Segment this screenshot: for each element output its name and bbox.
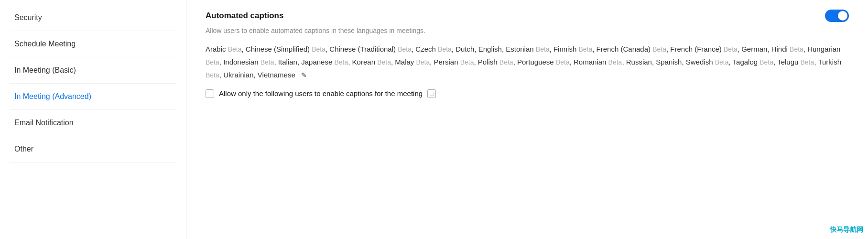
sidebar-item-schedule-meeting[interactable]: Schedule Meeting <box>10 31 176 57</box>
setting-title-row: Automated captions <box>206 10 849 22</box>
persian-beta: Beta <box>460 58 474 66</box>
automated-captions-setting: Automated captions Allow users to enable… <box>206 10 849 98</box>
malay-beta: Beta <box>416 58 430 66</box>
telugu-beta: Beta <box>801 58 814 66</box>
checkbox-row: Allow only the following users to enable… <box>206 89 849 98</box>
sidebar: Security Schedule Meeting In Meeting (Ba… <box>0 0 186 239</box>
japanese-beta: Beta <box>334 58 348 66</box>
languages-list: Arabic Beta, Chinese (Simplified) Beta, … <box>206 43 849 82</box>
setting-body: Automated captions Allow users to enable… <box>206 10 849 98</box>
edit-languages-icon[interactable]: ✎ <box>301 69 307 81</box>
swedish-beta: Beta <box>715 58 729 66</box>
setting-description: Allow users to enable automated captions… <box>206 26 849 36</box>
korean-beta: Beta <box>377 58 391 66</box>
sidebar-item-email-notification[interactable]: Email Notification <box>10 110 176 136</box>
estonian-beta: Beta <box>536 45 550 53</box>
finnish-beta: Beta <box>578 45 592 53</box>
chinese-traditional-beta: Beta <box>398 45 412 53</box>
french-canada-beta: Beta <box>652 45 666 53</box>
page-layout: Security Schedule Meeting In Meeting (Ba… <box>0 0 868 239</box>
main-content: Automated captions Allow users to enable… <box>186 0 868 239</box>
sidebar-item-in-meeting-basic[interactable]: In Meeting (Basic) <box>10 57 176 84</box>
czech-beta: Beta <box>438 45 452 53</box>
checkbox-label: Allow only the following users to enable… <box>219 89 423 98</box>
arabic-beta: Beta <box>228 45 242 53</box>
romanian-beta: Beta <box>608 58 622 66</box>
portuguese-beta: Beta <box>556 58 570 66</box>
chinese-simplified-beta: Beta <box>312 45 326 53</box>
captions-users-checkbox[interactable] <box>206 89 214 98</box>
french-france-beta: Beta <box>724 45 738 53</box>
sidebar-item-in-meeting-advanced[interactable]: In Meeting (Advanced) <box>10 84 176 110</box>
toggle-slider <box>825 10 849 22</box>
polish-beta: Beta <box>499 58 513 66</box>
indonesian-beta: Beta <box>260 58 274 66</box>
turkish-beta: Beta <box>206 71 219 79</box>
hungarian-beta: Beta <box>206 58 219 66</box>
sidebar-item-security[interactable]: Security <box>10 5 176 31</box>
hindi-beta: Beta <box>790 45 803 53</box>
sidebar-item-other[interactable]: Other <box>10 136 176 163</box>
watermark: 快马导航网 <box>830 226 863 234</box>
tagalog-beta: Beta <box>760 58 773 66</box>
automated-captions-toggle[interactable] <box>825 10 849 22</box>
info-icon[interactable]: ▢ <box>427 89 436 98</box>
setting-title: Automated captions <box>206 11 283 21</box>
